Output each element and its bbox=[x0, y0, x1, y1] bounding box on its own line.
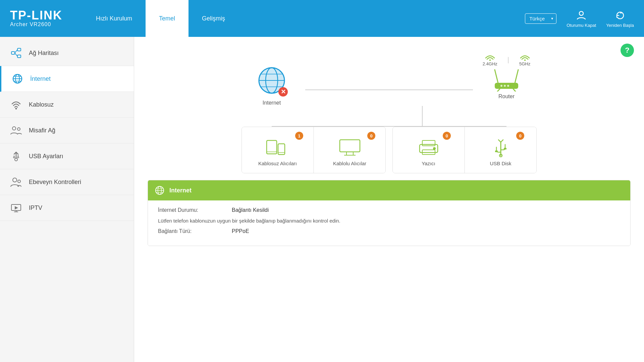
wifi-separator: | bbox=[507, 56, 509, 64]
logo-area: TP-LINK Archer VR2600 bbox=[10, 9, 62, 27]
diagram-h-line bbox=[305, 89, 473, 90]
svg-point-12 bbox=[12, 127, 16, 130]
router-node[interactable]: 2.4GHz | 5GHz bbox=[473, 53, 540, 100]
sidebar-item-ag-haritasi[interactable]: Ağ Haritası bbox=[0, 40, 134, 66]
sidebar-item-ebeveyn-kontrolleri[interactable]: Ebeveyn Kontrolleri bbox=[0, 169, 134, 195]
device-card-kablolu[interactable]: 0 Kablolu Alıcılar bbox=[314, 127, 385, 173]
svg-rect-55 bbox=[495, 150, 498, 152]
svg-line-37 bbox=[497, 89, 500, 92]
sidebar-item-internet[interactable]: İnternet bbox=[0, 66, 134, 92]
svg-line-5 bbox=[15, 53, 17, 56]
device-card-kablosuz[interactable]: 1 Kablosuz Alıcıları bbox=[242, 127, 314, 173]
sidebar-item-usb-ayarlari[interactable]: USB Ayarları bbox=[0, 143, 134, 169]
parental-controls-icon bbox=[10, 176, 22, 188]
svg-rect-2 bbox=[17, 48, 21, 51]
main-content: ? bbox=[134, 37, 644, 362]
svg-point-32 bbox=[489, 60, 491, 61]
sidebar-item-kablosuz-label: Kablosuz bbox=[29, 101, 54, 108]
sidebar-item-ag-haritasi-label: Ağ Haritası bbox=[29, 50, 59, 57]
status-label: İnternet Durumu: bbox=[158, 207, 232, 213]
wireless-clients-icon bbox=[266, 137, 289, 157]
wifi-5-label: 5GHz bbox=[519, 53, 530, 66]
printer-icon bbox=[417, 137, 440, 157]
sidebar-item-internet-label: İnternet bbox=[30, 75, 51, 82]
status-value: Bağlantı Kesildi bbox=[232, 207, 269, 213]
sidebar-item-iptv-label: IPTV bbox=[29, 204, 42, 212]
yazici-count-badge: 0 bbox=[443, 132, 451, 140]
device-card-yazici[interactable]: 0 Yazıcı bbox=[393, 127, 465, 173]
yazici-label: Yazıcı bbox=[422, 161, 435, 166]
restart-icon bbox=[614, 9, 626, 21]
kablosuz-label: Kablosuz Alıcıları bbox=[258, 161, 297, 166]
device-card-usb-disk[interactable]: 0 USB Disk bbox=[465, 127, 536, 173]
internet-panel-icon bbox=[155, 185, 165, 195]
connection-type-row: Bağlantı Türü: PPPoE bbox=[158, 228, 620, 234]
sidebar-item-usb-ayarlari-label: USB Ayarları bbox=[29, 153, 63, 160]
wifi-24-label: 2.4GHz bbox=[483, 53, 497, 66]
connection-type-label: Bağlantı Türü: bbox=[158, 228, 232, 234]
svg-rect-17 bbox=[13, 157, 15, 158]
svg-point-13 bbox=[17, 128, 20, 130]
sidebar-item-misafir-ag-label: Misafir Ağ bbox=[29, 127, 55, 134]
nav-bar: Hızlı Kurulum Temel Gelişmiş bbox=[83, 0, 525, 37]
logout-label: Oturumu Kapat bbox=[567, 23, 596, 28]
svg-rect-51 bbox=[422, 140, 435, 146]
svg-line-38 bbox=[513, 89, 516, 92]
usb-settings-icon bbox=[10, 150, 22, 162]
svg-marker-24 bbox=[15, 206, 18, 209]
wifi-labels: 2.4GHz | 5GHz bbox=[483, 53, 531, 66]
nav-advanced[interactable]: Gelişmiş bbox=[189, 0, 238, 37]
internet-panel-title: Internet bbox=[169, 187, 192, 194]
sidebar-item-iptv[interactable]: IPTV bbox=[0, 195, 134, 221]
sidebar-item-misafir-ag[interactable]: Misafir Ağ bbox=[0, 118, 134, 143]
language-selector[interactable]: Türkçe English bbox=[525, 13, 556, 24]
internet-panel-header: Internet bbox=[148, 180, 630, 200]
svg-point-41 bbox=[507, 85, 509, 87]
sidebar-item-ebeveyn-kontrolleri-label: Ebeveyn Kontrolleri bbox=[29, 179, 81, 186]
network-diagram: ✕ Internet bbox=[148, 47, 631, 173]
svg-line-4 bbox=[15, 50, 17, 53]
kablosuz-count-badge: 1 bbox=[295, 132, 303, 140]
restart-button[interactable]: Yeniden Başla bbox=[606, 9, 634, 28]
svg-point-33 bbox=[524, 60, 526, 61]
sidebar: Ağ Haritası İnternet bbox=[0, 37, 134, 362]
router-label: Router bbox=[498, 94, 515, 100]
svg-line-35 bbox=[515, 70, 518, 83]
svg-rect-44 bbox=[278, 144, 285, 155]
internet-status-panel: Internet İnternet Durumu: Bağlantı Kesil… bbox=[148, 180, 631, 246]
internet-error-badge: ✕ bbox=[278, 87, 288, 97]
printer-usb-group: 0 Yazıcı bbox=[392, 127, 537, 173]
svg-rect-56 bbox=[504, 148, 506, 149]
logout-button[interactable]: Oturumu Kapat bbox=[567, 9, 596, 28]
svg-point-19 bbox=[13, 178, 17, 182]
nav-quick-setup[interactable]: Hızlı Kurulum bbox=[83, 0, 146, 37]
svg-rect-3 bbox=[17, 55, 21, 58]
sidebar-item-kablosuz[interactable]: Kablosuz bbox=[0, 92, 134, 118]
internet-label: Internet bbox=[263, 100, 281, 106]
internet-node[interactable]: ✕ Internet bbox=[238, 47, 305, 106]
help-button[interactable]: ? bbox=[621, 44, 634, 57]
svg-point-39 bbox=[500, 85, 502, 87]
connection-type-value: PPPoE bbox=[232, 228, 249, 234]
usb-disk-count-badge: 0 bbox=[516, 132, 524, 140]
router-svg-icon bbox=[491, 68, 522, 92]
svg-point-11 bbox=[15, 108, 17, 110]
language-select[interactable]: Türkçe English bbox=[525, 13, 556, 24]
wireless-icon bbox=[10, 99, 22, 111]
internet-globe-icon: ✕ bbox=[255, 64, 288, 97]
guest-network-icon bbox=[10, 124, 22, 136]
internet-panel-body: İnternet Durumu: Bağlantı Kesildi Lütfen… bbox=[148, 200, 630, 246]
svg-line-34 bbox=[495, 70, 498, 83]
usb-disk-icon bbox=[489, 137, 513, 157]
svg-point-53 bbox=[433, 147, 436, 150]
wired-clients-icon bbox=[338, 137, 362, 157]
svg-point-0 bbox=[579, 11, 583, 15]
svg-rect-46 bbox=[340, 140, 360, 152]
wired-wireless-group: 1 Kablosuz Alıcıları 0 bbox=[241, 127, 386, 173]
internet-icon bbox=[11, 73, 23, 85]
svg-rect-36 bbox=[495, 83, 518, 89]
svg-point-40 bbox=[504, 85, 506, 87]
nav-basic[interactable]: Temel bbox=[146, 0, 189, 37]
network-map-icon bbox=[10, 47, 22, 59]
logo-model: Archer VR2600 bbox=[10, 21, 62, 27]
